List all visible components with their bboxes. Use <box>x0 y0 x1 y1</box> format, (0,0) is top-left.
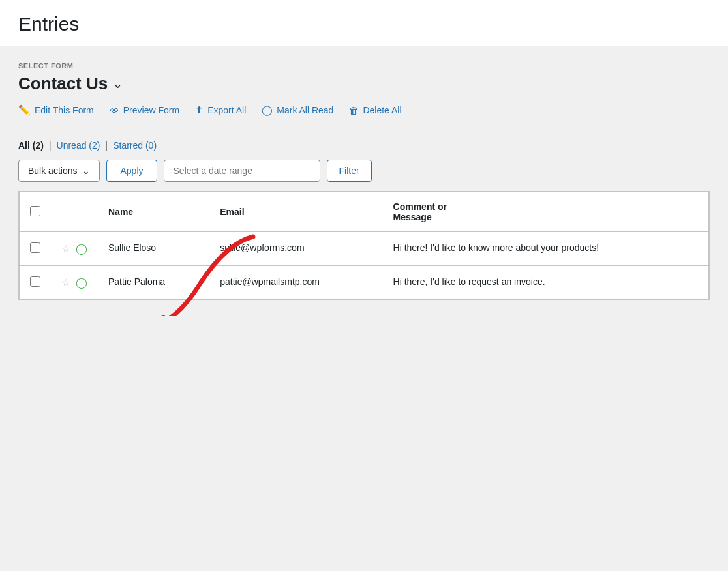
chevron-down-icon[interactable]: ⌄ <box>113 77 123 91</box>
row-message-cell: Hi there, I'd like to request an invoice… <box>383 266 709 300</box>
message-header: Comment orMessage <box>383 192 709 232</box>
checkbox-header <box>20 192 52 232</box>
table-wrapper: Name Email Comment orMessage ☆ ◯ <box>18 191 710 300</box>
filter-tabs: All (2) | Unread (2) | Starred (0) <box>18 140 710 151</box>
separator-1: | <box>49 140 52 151</box>
row-email-cell: pattie@wpmailsmtp.com <box>209 266 382 300</box>
row-message-cell: Hi there! I'd like to know more about yo… <box>383 232 709 266</box>
row-icons-cell: ☆ ◯ <box>51 266 98 300</box>
chevron-down-icon: ⌄ <box>82 166 90 176</box>
star-icon[interactable]: ☆ <box>61 276 70 289</box>
circle-icon: ◯ <box>262 104 273 116</box>
bulk-actions-button[interactable]: Bulk actions ⌄ <box>18 160 100 182</box>
table-row: ☆ ◯ Sullie Eloso sullie@wpforms.com Hi t… <box>20 232 709 266</box>
entries-table-section: Name Email Comment orMessage ☆ ◯ <box>18 191 710 300</box>
select-all-checkbox[interactable] <box>30 206 40 216</box>
date-range-input[interactable] <box>164 160 320 182</box>
tab-starred[interactable]: Starred (0) <box>113 140 157 151</box>
icons-header <box>51 192 98 232</box>
select-form-label: SELECT FORM <box>18 62 710 70</box>
tab-unread[interactable]: Unread (2) <box>57 140 100 151</box>
edit-form-link[interactable]: ✏️ Edit This Form <box>18 104 94 116</box>
email-header: Email <box>209 192 382 232</box>
row-checkbox[interactable] <box>30 276 40 287</box>
toolbar: Bulk actions ⌄ Apply Filter <box>18 160 710 182</box>
svg-marker-0 <box>149 315 165 316</box>
row-name-cell: Pattie Paloma <box>98 266 209 300</box>
name-header: Name <box>98 192 209 232</box>
row-checkbox[interactable] <box>30 242 40 253</box>
mark-all-read-link[interactable]: ◯ Mark All Read <box>262 104 333 116</box>
entries-table: Name Email Comment orMessage ☆ ◯ <box>19 192 709 300</box>
delete-all-link[interactable]: 🗑 Delete All <box>349 105 401 116</box>
read-status-icon[interactable]: ◯ <box>76 242 87 255</box>
pencil-icon: ✏️ <box>18 104 31 116</box>
tab-all[interactable]: All (2) <box>18 140 44 151</box>
row-checkbox-cell[interactable] <box>20 266 52 300</box>
row-name-cell: Sullie Eloso <box>98 232 209 266</box>
row-checkbox-cell[interactable] <box>20 232 52 266</box>
read-status-icon[interactable]: ◯ <box>76 276 87 289</box>
export-all-link[interactable]: ⬆ Export All <box>195 104 246 116</box>
table-row: ☆ ◯ Pattie Paloma pattie@wpmailsmtp.com … <box>20 266 709 300</box>
eye-icon: 👁 <box>110 105 119 116</box>
filter-button[interactable]: Filter <box>327 160 372 182</box>
row-email-cell: sullie@wpforms.com <box>209 232 382 266</box>
star-icon[interactable]: ☆ <box>61 242 70 255</box>
page-title: Entries <box>18 13 710 35</box>
row-icons-cell: ☆ ◯ <box>51 232 98 266</box>
trash-icon: 🗑 <box>349 105 359 116</box>
separator-2: | <box>105 140 108 151</box>
export-icon: ⬆ <box>195 104 204 116</box>
action-links: ✏️ Edit This Form 👁 Preview Form ⬆ Expor… <box>18 104 710 128</box>
form-name: Contact Us <box>18 74 108 94</box>
preview-form-link[interactable]: 👁 Preview Form <box>110 105 179 116</box>
apply-button[interactable]: Apply <box>106 160 157 182</box>
